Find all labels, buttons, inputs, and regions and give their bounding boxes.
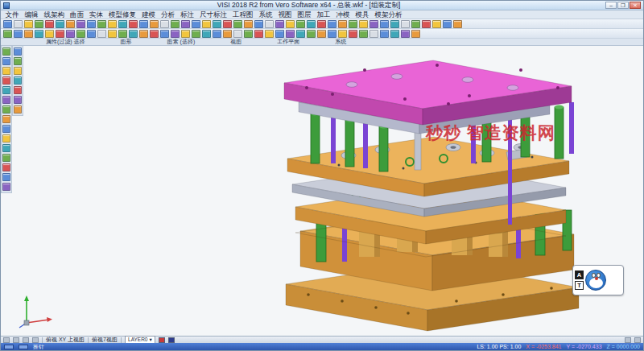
toolbar-icon[interactable] bbox=[369, 20, 378, 28]
toolbar-icon[interactable] bbox=[14, 96, 22, 104]
toolbar-icon[interactable] bbox=[233, 30, 242, 38]
toolbar-icon[interactable] bbox=[139, 30, 148, 38]
menu-item[interactable]: 视图 bbox=[275, 10, 295, 19]
toolbar-icon[interactable] bbox=[160, 30, 169, 38]
toolbar-icon[interactable] bbox=[380, 20, 389, 28]
toolbar-icon[interactable] bbox=[108, 20, 117, 28]
toolbar-icon[interactable] bbox=[3, 20, 12, 28]
minimize-button[interactable]: – bbox=[605, 2, 617, 9]
menu-item[interactable]: 曲面 bbox=[68, 10, 87, 19]
toolbar-icon[interactable] bbox=[14, 57, 22, 65]
toolbar-icon[interactable] bbox=[66, 30, 75, 38]
toolbar-icon[interactable] bbox=[411, 20, 420, 28]
toolbar-icon[interactable] bbox=[14, 67, 22, 75]
select-mode-icon[interactable] bbox=[32, 337, 39, 343]
toolbar-icon[interactable] bbox=[129, 20, 138, 28]
maximize-button[interactable]: ❐ bbox=[617, 2, 629, 9]
toolbar-icon[interactable] bbox=[328, 20, 336, 28]
toolbar-icon[interactable] bbox=[24, 20, 33, 28]
toolbar-icon[interactable] bbox=[97, 20, 106, 28]
toolbar-icon[interactable] bbox=[192, 20, 200, 28]
toolbar-icon[interactable] bbox=[171, 30, 180, 38]
info-icon[interactable] bbox=[634, 337, 641, 343]
toolbar-icon[interactable] bbox=[369, 30, 378, 38]
toolbar-icon[interactable] bbox=[2, 76, 10, 85]
ortho-icon[interactable] bbox=[23, 337, 29, 343]
toolbar-icon[interactable] bbox=[171, 20, 180, 28]
toolbar-icon[interactable] bbox=[181, 20, 190, 28]
toolbar-icon[interactable] bbox=[14, 47, 22, 56]
toolbar-icon[interactable] bbox=[254, 30, 263, 38]
toolbar-group-label[interactable]: 系统 bbox=[335, 38, 346, 46]
toolbar-icon[interactable] bbox=[254, 20, 263, 28]
toolbar-icon[interactable] bbox=[338, 30, 347, 38]
menu-item[interactable]: 冲模 bbox=[333, 10, 353, 19]
menu-item[interactable]: 模架分析 bbox=[372, 10, 405, 19]
toolbar-icon[interactable] bbox=[359, 20, 368, 28]
toolbar-icon[interactable] bbox=[2, 67, 10, 75]
toolbar-icon[interactable] bbox=[286, 20, 295, 28]
toolbar-icon[interactable] bbox=[2, 96, 10, 104]
toolbar-icon[interactable] bbox=[2, 173, 10, 181]
linetype-swatch[interactable] bbox=[168, 337, 175, 343]
toolbar-icon[interactable] bbox=[411, 30, 420, 38]
toolbar-icon[interactable] bbox=[160, 20, 169, 28]
toolbar-icon[interactable] bbox=[286, 30, 295, 38]
toolbar-icon[interactable] bbox=[150, 30, 159, 38]
menu-item[interactable]: 模具 bbox=[353, 10, 372, 19]
toolbar-icon[interactable] bbox=[317, 30, 326, 38]
toolbar-icon[interactable] bbox=[275, 20, 284, 28]
toolbar-icon[interactable] bbox=[2, 115, 10, 123]
toolbar-icon[interactable] bbox=[422, 20, 431, 28]
toolbar-icon[interactable] bbox=[265, 30, 274, 38]
toolbar-icon[interactable] bbox=[223, 30, 232, 38]
toolbar-icon[interactable] bbox=[307, 30, 316, 38]
command-history-icon[interactable] bbox=[4, 345, 14, 349]
toolbar-icon[interactable] bbox=[192, 30, 200, 38]
menu-item[interactable]: 文件 bbox=[2, 10, 22, 19]
color-swatch[interactable] bbox=[159, 337, 165, 343]
toolbar-icon[interactable] bbox=[453, 20, 462, 28]
toolbar-icon[interactable] bbox=[244, 20, 253, 28]
toolbar-icon[interactable] bbox=[56, 20, 64, 28]
toolbar-icon[interactable] bbox=[14, 30, 23, 38]
menu-item[interactable]: 建模 bbox=[139, 10, 159, 19]
toolbar-icon[interactable] bbox=[129, 30, 138, 38]
menu-item[interactable]: 工程图 bbox=[230, 10, 257, 19]
toolbar-icon[interactable] bbox=[380, 30, 389, 38]
toolbar-icon[interactable] bbox=[2, 163, 10, 171]
menu-item[interactable]: 模型修复 bbox=[106, 10, 139, 19]
menu-item[interactable]: 标注 bbox=[178, 10, 197, 19]
toolbar-icon[interactable] bbox=[87, 30, 96, 38]
toolbar-icon[interactable] bbox=[233, 20, 242, 28]
command-prompt[interactable]: 推针 bbox=[33, 343, 44, 351]
toolbar-icon[interactable] bbox=[35, 30, 43, 38]
toolbar-icon[interactable] bbox=[45, 30, 54, 38]
menu-item[interactable]: 线架构 bbox=[41, 10, 68, 19]
toolbar-icon[interactable] bbox=[213, 30, 221, 38]
toolbar-icon[interactable] bbox=[181, 30, 190, 38]
toolbar-icon[interactable] bbox=[14, 76, 22, 85]
menu-item[interactable]: 尺寸标注 bbox=[197, 10, 230, 19]
toolbar-icon[interactable] bbox=[66, 20, 75, 28]
toolbar-icon[interactable] bbox=[150, 20, 159, 28]
toolbar-icon[interactable] bbox=[14, 105, 22, 114]
toolbar-icon[interactable] bbox=[24, 30, 33, 38]
toolbar-icon[interactable] bbox=[2, 183, 10, 191]
toolbar-icon[interactable] bbox=[349, 20, 357, 28]
toolbar-icon[interactable] bbox=[432, 20, 441, 28]
toolbar-icon[interactable] bbox=[45, 20, 54, 28]
toolbar-icon[interactable] bbox=[2, 154, 10, 162]
toolbar-icon[interactable] bbox=[296, 30, 305, 38]
menu-item[interactable]: 图层 bbox=[295, 10, 314, 19]
grid-icon[interactable] bbox=[13, 337, 19, 343]
toolbar-icon[interactable] bbox=[118, 20, 127, 28]
toolbar-icon[interactable] bbox=[14, 20, 23, 28]
toolbar-icon[interactable] bbox=[296, 20, 305, 28]
close-button[interactable]: ✕ bbox=[630, 2, 641, 9]
toolbar-icon[interactable] bbox=[223, 20, 232, 28]
toolbar-icon[interactable] bbox=[2, 105, 10, 114]
command-input-icon[interactable] bbox=[19, 345, 28, 349]
toolbar-icon[interactable] bbox=[244, 30, 253, 38]
toolbar-icon[interactable] bbox=[202, 20, 211, 28]
